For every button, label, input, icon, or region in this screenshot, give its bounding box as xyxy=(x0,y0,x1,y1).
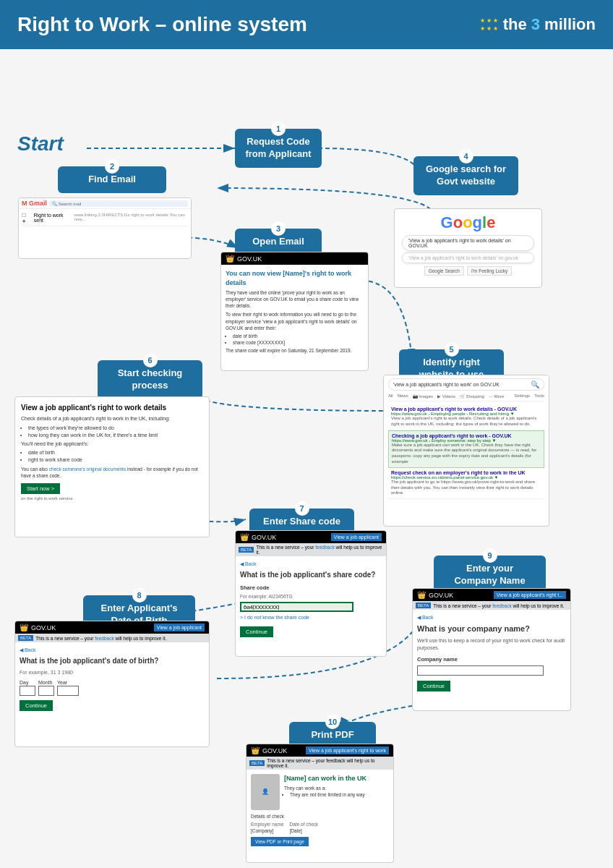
step-3-number: 3 xyxy=(271,221,286,236)
logo-stars: ★ ★ ★ ★ ★ ★ xyxy=(480,17,500,32)
dob-month-label: Month xyxy=(38,679,54,686)
pdf-beta-bar: BETA This is a new service – your feedba… xyxy=(247,757,393,770)
share-code-question: What is the job applicant's share code? xyxy=(240,570,382,580)
google-search-bar-2: 'View a job applicant's right to work de… xyxy=(402,252,534,263)
company-continue-btn[interactable]: Continue xyxy=(417,681,450,692)
gmail-search-bar: 🔍 Search mail xyxy=(49,200,188,207)
dob-inputs: Day Month Year xyxy=(20,679,205,697)
dob-screen: 👑 GOV.UK View a job applicant BETA This … xyxy=(14,621,210,747)
google-search-btn[interactable]: Google Search xyxy=(424,266,464,276)
step-1-number: 1 xyxy=(271,122,286,136)
share-code-form-content: ◀ Back What is the job applicant's share… xyxy=(236,556,386,642)
google-lucky-btn[interactable]: I'm Feeling Lucky xyxy=(467,266,512,276)
logo: ★ ★ ★ ★ ★ ★ the 3 million xyxy=(480,15,596,34)
google-buttons: Google Search I'm Feeling Lucky xyxy=(399,266,537,276)
step-6-box: 6 Start checking process xyxy=(98,360,202,399)
step-4-box: 4 Google search for Govt website xyxy=(413,156,518,195)
dob-govuk-header: 👑 GOV.UK View a job applicant xyxy=(15,621,209,634)
search-result-1: View a job applicant's right to work det… xyxy=(388,404,544,430)
pdf-content: 👤 [Name] can work in the UK They can wor… xyxy=(247,770,393,851)
logo-text: the 3 million xyxy=(503,15,596,34)
person-photo: 👤 xyxy=(251,774,280,810)
gmail-content: ☐ ★ Right to work sent www.linking.2.0HI… xyxy=(19,209,191,229)
google-logo: Google xyxy=(399,213,537,232)
company-question: What is your company name? xyxy=(417,624,566,634)
page-title: Right to Work – online system xyxy=(17,13,307,36)
gmail-screen: M Gmail 🔍 Search mail ☐ ★ Right to work … xyxy=(18,197,192,259)
dob-month-input[interactable] xyxy=(38,686,54,696)
google-screen: Google 'View a job applicant's right to … xyxy=(394,208,542,288)
start-now-button[interactable]: Start now > xyxy=(21,483,60,494)
govuk-email-screen: 👑 GOV.UK You can now view [Name]'s right… xyxy=(220,252,369,371)
pdf-govuk-header: 👑 GOV.UK View a job applicant's right to… xyxy=(247,744,393,757)
google-search-bar: 'View a job applicant's right to work de… xyxy=(402,235,534,251)
search-results-screen: 'view a job applicant's right to work' o… xyxy=(383,375,549,527)
rtw-page-screen: View a job applicant's right to work det… xyxy=(14,396,210,537)
company-govuk-header: 👑 GOV.UK View a job applicant's right t.… xyxy=(413,589,570,601)
company-beta-bar: BETA This is a new service – your feedba… xyxy=(413,601,570,610)
main-content: Start 1 Request Code from Applicant 2 Fi… xyxy=(0,49,613,845)
company-form-content: ◀ Back What is your company name? We'll … xyxy=(413,610,570,696)
dob-day-label: Day xyxy=(20,679,35,686)
dob-continue-btn[interactable]: Continue xyxy=(20,700,53,711)
step-6-number: 6 xyxy=(143,353,158,367)
company-screen: 👑 GOV.UK View a job applicant's right t.… xyxy=(412,588,571,711)
rtw-page-title: View a job applicant's right to work det… xyxy=(21,403,203,412)
step-4-number: 4 xyxy=(459,149,473,163)
can-work-text: [Name] can work in the UK xyxy=(284,774,389,783)
share-code-govuk-header: 👑 GOV.UK View a job applicant xyxy=(236,531,386,543)
dob-beta-bar: BETA This is a new service – your feedba… xyxy=(15,634,209,642)
company-name-input[interactable] xyxy=(417,665,544,676)
view-pdf-btn[interactable]: View PDF or Print page xyxy=(251,837,309,846)
dob-year-label: Year xyxy=(57,679,79,686)
search-results-content: 'view a job applicant's right to work' o… xyxy=(384,375,549,502)
dob-day-input[interactable] xyxy=(20,686,35,696)
share-code-beta-bar: BETA This is a new service – your feedba… xyxy=(236,543,386,556)
step-8-number: 8 xyxy=(132,588,147,603)
search-result-3: Request check on an employer's right to … xyxy=(388,468,544,499)
step-2-number: 2 xyxy=(105,159,119,174)
step-7-number: 7 xyxy=(295,501,309,516)
step-5-number: 5 xyxy=(445,342,459,357)
govuk-email-content: You can now view [Name]'s right to work … xyxy=(221,265,368,358)
govuk-email-header: 👑 GOV.UK xyxy=(221,252,368,265)
step-10-number: 10 xyxy=(325,715,340,729)
share-code-no-code-link[interactable]: > I do not know the share code xyxy=(240,614,382,621)
start-label: Start xyxy=(17,132,64,156)
dob-year-input[interactable] xyxy=(57,686,79,696)
google-content: Google 'View a job applicant's right to … xyxy=(395,209,541,280)
email-row: ☐ ★ Right to work sent www.linking.2.0HI… xyxy=(22,211,188,226)
share-code-continue-btn[interactable]: Continue xyxy=(240,626,273,637)
company-name-label: Company name xyxy=(417,656,566,664)
share-code-input[interactable] xyxy=(240,602,353,612)
search-tabs: AllNews📷 Images▶ Videos🛒 Shopping⋯ MoreS… xyxy=(388,393,544,401)
step-2-box: 2 Find Email xyxy=(58,166,166,193)
step-1-box: 1 Request Code from Applicant xyxy=(235,129,322,168)
dob-question: What is the job applicant's date of birt… xyxy=(20,656,205,666)
rtw-page-content: View a job applicant's right to work det… xyxy=(15,397,209,507)
search-bar-row: 'view a job applicant's right to work' o… xyxy=(388,378,544,391)
page-header: Right to Work – online system ★ ★ ★ ★ ★ … xyxy=(0,0,613,49)
share-code-label: Share code xyxy=(240,584,382,592)
search-result-2: Checking a job applicant's right to work… xyxy=(388,430,544,468)
step-9-number: 9 xyxy=(483,548,497,563)
gmail-logo: M Gmail xyxy=(22,200,47,207)
dob-form-content: ◀ Back What is the job applicant's date … xyxy=(15,642,209,715)
pdf-screen: 👑 GOV.UK View a job applicant's right to… xyxy=(246,744,394,863)
gmail-header: M Gmail 🔍 Search mail xyxy=(19,198,191,209)
share-code-screen: 👑 GOV.UK View a job applicant BETA This … xyxy=(235,530,387,657)
